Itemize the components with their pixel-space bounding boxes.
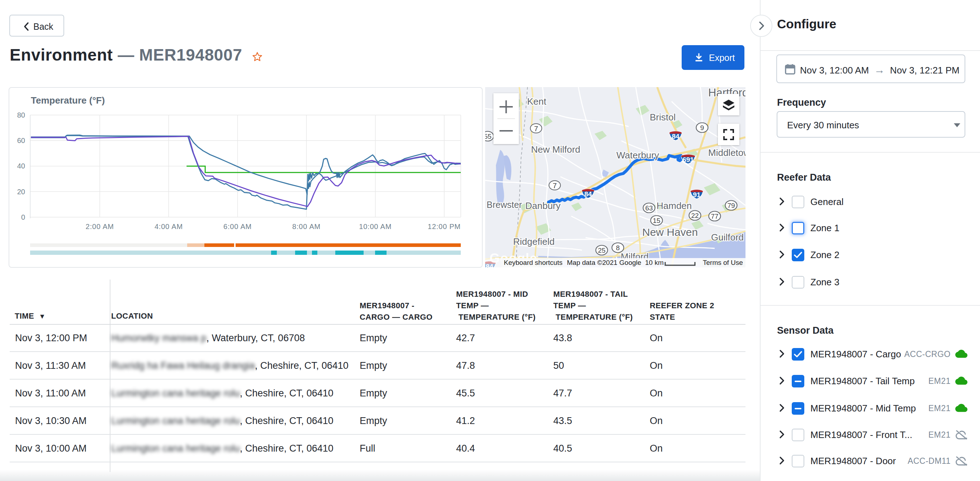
svg-text:60: 60	[17, 137, 25, 144]
svg-text:Bristol: Bristol	[650, 112, 676, 122]
svg-text:691: 691	[682, 156, 694, 164]
svg-text:New Milford: New Milford	[531, 144, 580, 155]
svg-text:10:00 AM: 10:00 AM	[359, 222, 391, 230]
svg-text:22: 22	[691, 212, 698, 219]
svg-text:80: 80	[17, 111, 25, 119]
svg-text:Danbury: Danbury	[525, 200, 560, 211]
svg-text:63: 63	[645, 204, 652, 212]
svg-text:Ridgefield: Ridgefield	[513, 236, 555, 247]
svg-text:Keyboard shortcuts: Keyboard shortcuts	[504, 259, 563, 266]
svg-text:12:00 PM: 12:00 PM	[428, 222, 461, 230]
svg-text:Guilford: Guilford	[711, 232, 744, 243]
svg-text:40: 40	[17, 162, 25, 170]
svg-text:25: 25	[598, 247, 605, 254]
svg-text:2:00 AM: 2:00 AM	[86, 222, 114, 230]
svg-text:8: 8	[616, 244, 620, 252]
svg-text:77: 77	[711, 213, 718, 220]
svg-text:79: 79	[727, 202, 735, 209]
svg-text:8:00 AM: 8:00 AM	[292, 222, 321, 230]
svg-text:0: 0	[21, 213, 25, 221]
svg-text:20: 20	[17, 188, 25, 196]
svg-text:91: 91	[693, 191, 701, 198]
svg-text:9: 9	[700, 124, 704, 132]
svg-text:15: 15	[652, 217, 660, 224]
svg-text:Waterbury: Waterbury	[616, 150, 659, 160]
svg-text:84: 84	[671, 133, 679, 140]
svg-text:7: 7	[534, 125, 538, 133]
svg-text:6:00 AM: 6:00 AM	[223, 222, 252, 230]
svg-text:Kent: Kent	[527, 96, 546, 107]
svg-text:10 km: 10 km	[645, 259, 664, 266]
svg-text:4:00 AM: 4:00 AM	[154, 222, 183, 230]
svg-text:55: 55	[485, 133, 492, 140]
svg-text:Brewster: Brewster	[487, 200, 522, 210]
svg-text:7: 7	[552, 182, 557, 190]
svg-text:Hamden: Hamden	[657, 200, 692, 211]
svg-text:Temperature (°F): Temperature (°F)	[31, 95, 105, 106]
svg-text:Map data ©2021 Google: Map data ©2021 Google	[567, 259, 641, 266]
svg-text:84: 84	[584, 190, 592, 198]
svg-text:New Haven: New Haven	[642, 226, 698, 238]
svg-text:Terms of Use: Terms of Use	[703, 259, 743, 266]
svg-text:Middletow: Middletow	[708, 147, 746, 158]
